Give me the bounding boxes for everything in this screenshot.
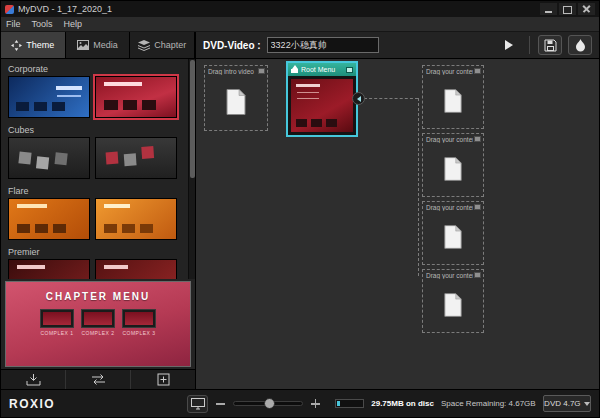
preview-chapter-thumbs: COMPLEX 1 COMPLEX 2 COMPLEX 3: [40, 309, 156, 336]
preview-chapter-1: COMPLEX 1: [40, 309, 74, 336]
media-tab-icon: [77, 40, 89, 50]
disc-usage-bar: [335, 399, 364, 408]
project-canvas[interactable]: Drag intro video Root Menu D: [196, 59, 599, 389]
disc-usage-fill: [337, 401, 340, 406]
tab-chapter[interactable]: Chapter: [130, 32, 195, 58]
chapter-label: COMPLEX 2: [81, 330, 114, 336]
root-menu-thumbnail[interactable]: [291, 79, 353, 132]
chevron-down-icon: [584, 402, 590, 406]
roxio-logo: ROXIO: [9, 397, 55, 411]
toolbar-divider: [529, 36, 530, 54]
zoom-in-icon[interactable]: [310, 398, 321, 409]
tab-media[interactable]: Media: [66, 32, 131, 58]
menubar: File Tools Help: [1, 17, 599, 32]
theme-thumbnail-flare-1[interactable]: [8, 198, 90, 240]
content-drop-label: Drag your content here: [426, 68, 473, 75]
category-flare: Flare: [1, 183, 195, 198]
preview-play-button[interactable]: [497, 35, 521, 55]
zoom-slider[interactable]: [233, 401, 303, 406]
tab-media-label: Media: [93, 40, 118, 50]
tab-chapter-label: Chapter: [154, 40, 186, 50]
content-drop-label: Drag your content here: [426, 136, 473, 143]
theme-thumbnail-corporate-1[interactable]: [8, 76, 90, 118]
theme-thumbnail-premier-1[interactable]: [8, 259, 90, 279]
space-remaining-text: Space Remaining: 4.67GB: [441, 399, 536, 408]
document-icon: [225, 88, 247, 115]
content-drop-label: Drag your content here: [426, 204, 473, 211]
collapse-branch-button[interactable]: [352, 92, 365, 105]
window-controls: [540, 3, 595, 15]
theme-list-scrollbar[interactable]: [188, 59, 195, 279]
thumbnail-toggle-icon[interactable]: [474, 272, 481, 278]
add-menu-button[interactable]: [131, 370, 195, 389]
theme-list: Corporate Cubes Flare Premier: [1, 59, 195, 279]
theme-thumbnail-flare-2[interactable]: [95, 198, 177, 240]
thumbnail-toggle-icon[interactable]: [474, 136, 481, 142]
close-icon[interactable]: [578, 3, 595, 15]
maximize-icon[interactable]: [559, 3, 576, 15]
zoom-slider-handle[interactable]: [264, 398, 275, 409]
preview-chapter-3: COMPLEX 3: [122, 309, 156, 336]
chapter-thumbnail-art: [122, 309, 156, 328]
loop-playback-button[interactable]: [66, 370, 131, 389]
disc-type-dropdown[interactable]: DVD 4.7G: [543, 395, 591, 412]
export-button[interactable]: [1, 370, 66, 389]
chapter-label: COMPLEX 3: [122, 330, 155, 336]
thumbnail-toggle-icon[interactable]: [258, 68, 265, 74]
root-menu-node[interactable]: Root Menu: [286, 61, 358, 137]
theme-thumbnail-premier-2[interactable]: [95, 259, 177, 279]
play-icon: [504, 39, 514, 51]
content-drop-zone-3[interactable]: Drag your content here: [422, 201, 484, 265]
burn-flame-icon: [575, 39, 586, 52]
collapse-arrow-icon: [357, 96, 361, 102]
minimize-icon[interactable]: [540, 3, 557, 15]
chapter-thumbnail-art: [40, 309, 74, 328]
disc-usage-text: 29.75MB on disc: [371, 399, 434, 408]
document-icon: [443, 292, 463, 317]
theme-thumbnail-cubes-2[interactable]: [95, 137, 177, 179]
content-drop-zone-4[interactable]: Drag your content here: [422, 269, 484, 333]
main-area: Corporate Cubes Flare Premier: [1, 59, 599, 389]
thumb-row-flare: [1, 198, 195, 244]
export-icon: [26, 373, 41, 386]
burn-button[interactable]: [568, 35, 592, 55]
tab-theme[interactable]: Theme: [1, 32, 66, 58]
category-premier: Premier: [1, 244, 195, 259]
root-menu-header: Root Menu: [288, 63, 356, 76]
theme-tab-icon: [11, 40, 22, 51]
intro-drop-label: Drag intro video: [208, 68, 257, 75]
menu-file[interactable]: File: [6, 19, 21, 29]
chapter-label: COMPLEX 1: [40, 330, 73, 336]
menu-help[interactable]: Help: [64, 19, 83, 29]
content-drop-label: Drag your content here: [426, 272, 473, 279]
document-icon: [443, 224, 463, 249]
theme-thumbnail-cubes-1[interactable]: [8, 137, 90, 179]
tab-theme-label: Theme: [26, 40, 54, 50]
scrollbar-thumb[interactable]: [190, 60, 195, 178]
preview-monitor-button[interactable]: [187, 395, 208, 413]
disc-type-value: DVD 4.7G: [544, 399, 580, 408]
thumb-row-premier: [1, 259, 195, 279]
monitor-icon: [191, 398, 205, 410]
content-drop-zone-2[interactable]: Drag your content here: [422, 133, 484, 197]
menu-grid-icon[interactable]: [346, 67, 353, 73]
chapter-thumbnail-art: [81, 309, 115, 328]
content-drop-zone-1[interactable]: Drag your content here: [422, 65, 484, 129]
theme-preview: CHAPTER MENU COMPLEX 1 COMPLEX 2 COMPLEX…: [5, 281, 191, 367]
add-icon: [157, 373, 170, 386]
preview-chapter-2: COMPLEX 2: [81, 309, 115, 336]
root-menu-label: Root Menu: [301, 66, 343, 73]
loop-arrows-icon: [90, 374, 107, 385]
thumbnail-toggle-icon[interactable]: [474, 68, 481, 74]
menu-tools[interactable]: Tools: [32, 19, 53, 29]
theme-thumbnail-corporate-2-selected[interactable]: [95, 76, 177, 118]
app-icon: [5, 5, 14, 14]
statusbar: ROXIO 29.75MB on disc Space Remaining: 4…: [1, 389, 599, 417]
disc-title-input[interactable]: [267, 37, 379, 53]
home-icon: [291, 66, 298, 73]
zoom-out-icon[interactable]: [215, 398, 226, 409]
chapter-tab-icon: [138, 40, 150, 51]
save-button[interactable]: [538, 35, 562, 55]
thumbnail-toggle-icon[interactable]: [474, 204, 481, 210]
intro-video-drop-zone[interactable]: Drag intro video: [204, 65, 268, 131]
